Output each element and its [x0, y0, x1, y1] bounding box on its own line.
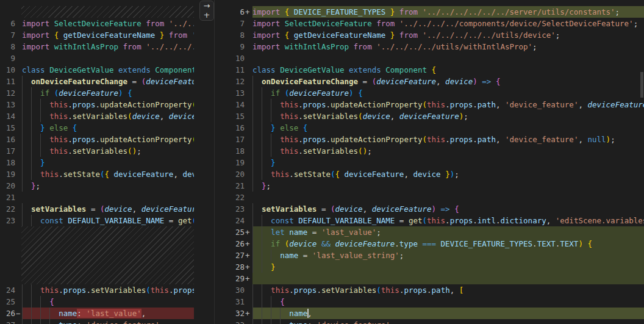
line-number[interactable]: 29 [215, 273, 245, 284]
code-line[interactable]: this.setVariables(device, deviceFeature)… [252, 110, 644, 122]
line-number[interactable]: 32 [215, 308, 245, 319]
line-number[interactable]: 6 [0, 18, 15, 29]
code-line[interactable]: this.props.updateActionProperty(this.pro… [252, 99, 644, 110]
code-line[interactable]: this.props.setVariables(this.props.path,… [22, 284, 194, 296]
line-number[interactable]: 8 [215, 29, 245, 41]
code-line[interactable]: } [252, 261, 644, 273]
code-line[interactable] [22, 192, 194, 203]
code-line[interactable]: type: 'device_feature' [22, 319, 194, 324]
line-number[interactable]: 33 [215, 319, 245, 324]
code-line[interactable]: import SelectDeviceFeature from '../../.… [22, 18, 194, 29]
code-line[interactable] [252, 52, 644, 64]
code-line[interactable]: { [252, 296, 644, 308]
code-line[interactable]: }; [252, 180, 644, 192]
line-number[interactable]: 24 [215, 215, 245, 226]
line-number[interactable]: 25 [215, 226, 245, 238]
line-number[interactable]: 10 [215, 52, 245, 64]
line-number[interactable]: 13 [215, 87, 245, 99]
line-number[interactable]: 11 [215, 64, 245, 76]
code-line[interactable]: import SelectDeviceFeature from '../../.… [252, 18, 644, 29]
line-number[interactable]: 19 [215, 157, 245, 168]
line-number[interactable]: 27 [0, 319, 15, 324]
line-number[interactable]: 23 [0, 215, 15, 226]
code-line[interactable]: } else { [252, 122, 644, 134]
line-number[interactable]: 26 [0, 308, 15, 319]
code-line[interactable]: setVariables = (device, deviceFeature) =… [252, 203, 644, 215]
code-line[interactable] [22, 52, 194, 64]
code-line[interactable]: setVariables = (device, deviceFeature) =… [22, 203, 194, 215]
line-number[interactable]: 14 [0, 110, 15, 122]
code-line[interactable]: this.props.updateActionProperty(this.pro… [22, 99, 194, 110]
line-number[interactable]: 17 [0, 145, 15, 157]
line-number[interactable]: 23 [215, 203, 245, 215]
line-number[interactable]: 26 [215, 238, 245, 250]
line-number[interactable]: 19 [0, 168, 15, 180]
code-line[interactable]: class DeviceGetValue extends Component { [252, 64, 644, 76]
line-number[interactable]: 9 [0, 52, 15, 64]
code-line[interactable]: if (deviceFeature) { [252, 87, 644, 99]
line-number[interactable]: 13 [0, 99, 15, 110]
code-line[interactable]: this.setState({ deviceFeature, device })… [252, 168, 644, 180]
code-line[interactable]: this.setVariables(); [22, 145, 194, 157]
code-line[interactable]: this.props.setVariables(this.props.path,… [252, 284, 644, 296]
line-number[interactable]: 14 [215, 99, 245, 110]
code-line[interactable]: } [252, 157, 644, 168]
line-number[interactable]: 22 [0, 203, 15, 215]
code-line[interactable]: let name = 'last_value'; [252, 226, 644, 238]
code-line[interactable]: const DEFAULT_VARIABLE_NAME = get(this.p… [252, 215, 644, 226]
code-line[interactable]: this.setVariables(); [252, 145, 644, 157]
line-number[interactable]: 18 [0, 157, 15, 168]
line-number[interactable]: 10 [0, 64, 15, 76]
code-line[interactable]: type: 'device_feature' [252, 319, 644, 324]
line-number[interactable]: 18 [215, 145, 245, 157]
code-line[interactable]: import withIntlAsProp from '../../../../… [22, 41, 194, 52]
code-line[interactable] [252, 273, 644, 284]
line-number[interactable]: 12 [0, 87, 15, 99]
code-line[interactable]: onDeviceFeatureChange = (deviceFeature, … [252, 76, 644, 87]
line-number[interactable]: 7 [215, 18, 245, 29]
code-line[interactable]: import withIntlAsProp from '../../../../… [252, 41, 644, 52]
line-number[interactable]: 7 [0, 29, 15, 41]
line-number[interactable]: 22 [215, 192, 245, 203]
code-line[interactable]: import { getDeviceFeatureName } from '..… [252, 29, 644, 41]
code-line[interactable]: name: 'last_value', [22, 308, 194, 319]
code-line[interactable]: this.setState({ deviceFeature, device })… [22, 168, 194, 180]
code-line[interactable]: }; [22, 180, 194, 192]
arrow-right-icon[interactable]: → [200, 2, 213, 11]
code-line[interactable]: } [22, 157, 194, 168]
line-number[interactable]: 16 [0, 134, 15, 145]
code-line[interactable] [252, 192, 644, 203]
line-number[interactable]: 11 [0, 76, 15, 87]
line-number[interactable]: 9 [215, 41, 245, 52]
line-number[interactable]: 8 [0, 41, 15, 52]
line-number[interactable]: 21 [215, 180, 245, 192]
line-number[interactable]: 28 [215, 261, 245, 273]
code-line[interactable]: name, [252, 308, 644, 319]
line-number[interactable]: 16 [215, 122, 245, 134]
line-number[interactable]: 20 [0, 180, 15, 192]
line-number[interactable]: 24 [0, 284, 15, 296]
code-line[interactable]: this.props.updateActionProperty(this.pro… [22, 134, 194, 145]
line-number[interactable]: 31 [215, 296, 245, 308]
line-number[interactable]: 15 [0, 122, 15, 134]
line-number[interactable]: 21 [0, 192, 15, 203]
code-line[interactable]: { [22, 296, 194, 308]
line-number[interactable]: 17 [215, 134, 245, 145]
line-number[interactable]: 15 [215, 110, 245, 122]
code-line[interactable]: import { DEVICE_FEATURE_TYPES } from '..… [252, 6, 644, 18]
line-number[interactable]: 12 [215, 76, 245, 87]
scrollbar-thumb[interactable] [640, 72, 643, 98]
line-number[interactable]: 25 [0, 296, 15, 308]
line-number[interactable]: 30 [215, 284, 245, 296]
code-line[interactable]: if (device && deviceFeature.type === DEV… [252, 238, 644, 250]
code-line[interactable]: if (deviceFeature) { [22, 87, 194, 99]
code-line[interactable]: } else { [22, 122, 194, 134]
code-line[interactable]: class DeviceGetValue extends Component { [22, 64, 194, 76]
line-number[interactable]: 20 [215, 168, 245, 180]
code-line[interactable]: onDeviceFeatureChange = (deviceFeature, … [22, 76, 194, 87]
code-line[interactable]: const DEFAULT_VARIABLE_NAME = get(this.p… [22, 215, 194, 226]
line-number[interactable]: 27 [215, 250, 245, 261]
code-line[interactable]: this.setVariables(device, deviceFeature)… [22, 110, 194, 122]
plus-icon[interactable]: + [200, 11, 213, 20]
code-line[interactable]: import { getDeviceFeatureName } from '..… [22, 29, 194, 41]
